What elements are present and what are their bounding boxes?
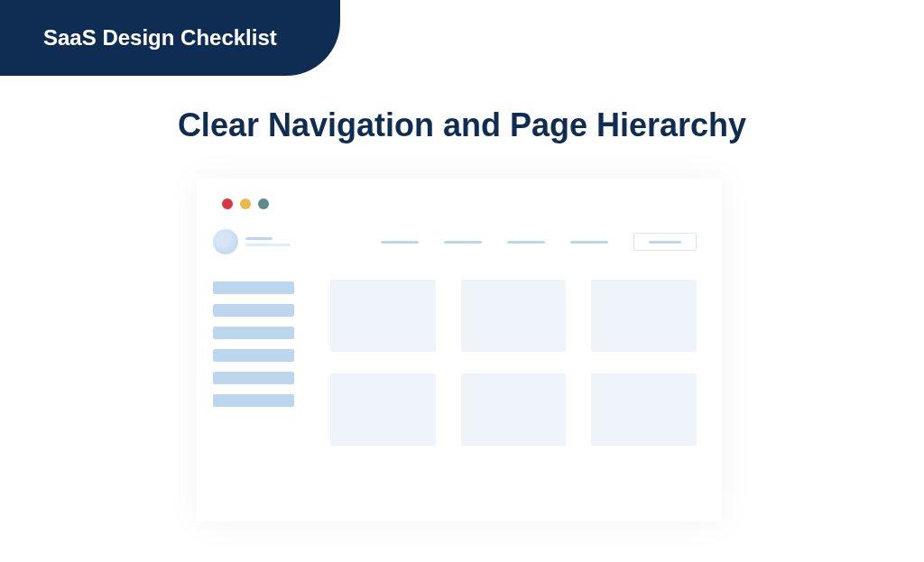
top-nav-link: [444, 241, 482, 244]
button-label-placeholder: [649, 241, 681, 244]
card-grid: [330, 280, 697, 446]
badge-label: SaaS Design Checklist: [43, 25, 277, 50]
window-controls: [197, 179, 722, 224]
section-heading: Clear Navigation and Page Hierarchy: [0, 106, 924, 144]
content-card: [330, 280, 436, 352]
profile-block: [213, 224, 298, 254]
top-nav-link: [570, 241, 608, 244]
header-badge: SaaS Design Checklist: [0, 0, 340, 76]
wireframe-sidebar: [197, 224, 314, 521]
top-nav-link: [507, 241, 545, 244]
sidebar-item: [213, 327, 294, 339]
sidebar-nav: [213, 281, 298, 407]
maximize-dot-icon: [258, 198, 269, 209]
top-nav: [330, 233, 697, 251]
content-card: [591, 373, 697, 446]
content-card: [461, 373, 567, 446]
sidebar-item: [213, 372, 294, 384]
content-card: [461, 280, 567, 352]
app-wireframe: [197, 179, 722, 521]
top-nav-link: [381, 241, 419, 244]
profile-name-placeholder: [245, 237, 273, 240]
minimize-dot-icon: [240, 198, 251, 209]
content-card: [591, 280, 697, 352]
profile-subtitle-placeholder: [245, 244, 291, 246]
sidebar-item: [213, 394, 294, 407]
sidebar-item: [213, 304, 294, 317]
top-nav-button: [633, 233, 697, 251]
avatar-icon: [213, 229, 238, 254]
sidebar-item: [213, 281, 294, 294]
wireframe-body: [197, 224, 722, 521]
sidebar-item: [213, 349, 294, 362]
close-dot-icon: [222, 198, 233, 209]
wireframe-main: [314, 224, 722, 521]
content-card: [330, 373, 436, 446]
profile-text-placeholder: [245, 237, 291, 246]
